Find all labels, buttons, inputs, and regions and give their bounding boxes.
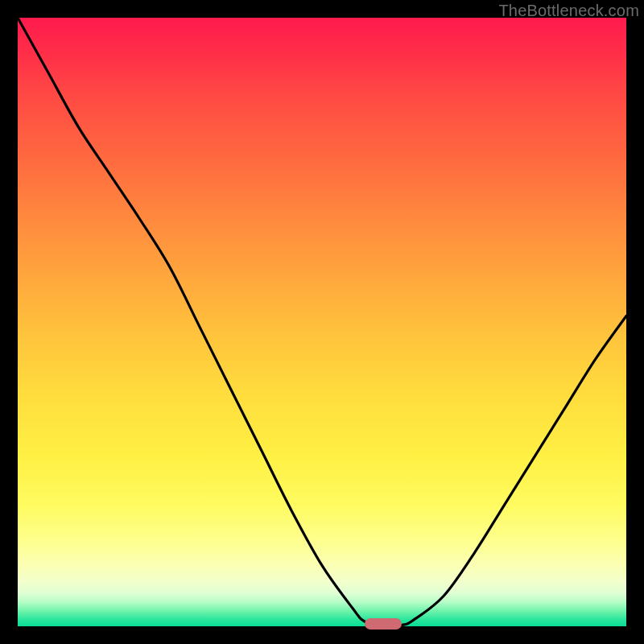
chart-plot-area <box>18 18 626 626</box>
chart-frame: TheBottleneck.com <box>0 0 644 644</box>
curve-path <box>18 18 626 625</box>
watermark-text: TheBottleneck.com <box>498 2 639 20</box>
bottleneck-curve <box>18 18 626 626</box>
optimal-marker <box>365 618 402 630</box>
